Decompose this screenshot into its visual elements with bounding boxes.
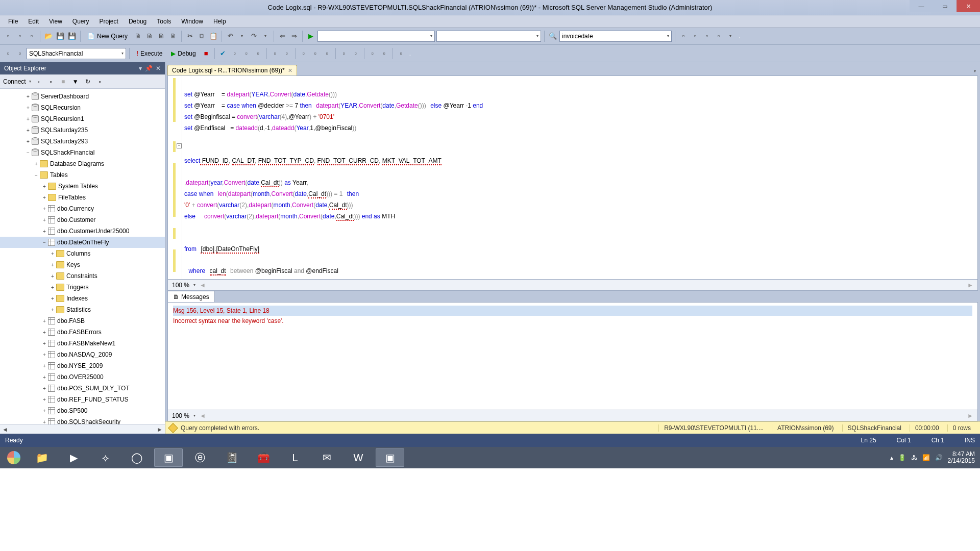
tree-node[interactable]: +dbo.POS_SUM_DLY_TOT [0, 383, 165, 394]
query-options-icon[interactable]: ▫ [241, 48, 252, 59]
expand-icon[interactable]: − [41, 240, 48, 245]
expand-icon[interactable]: + [24, 94, 32, 99]
expand-icon[interactable]: + [41, 374, 48, 380]
taskbar-outlook[interactable]: ✉ [312, 448, 341, 467]
tree-node[interactable]: +SQLRecursion1 [0, 113, 165, 124]
menu-project[interactable]: Project [94, 16, 124, 27]
connect-icon[interactable]: ▫ [3, 48, 13, 59]
oe-close-icon[interactable]: ✕ [156, 65, 161, 72]
solution-combo[interactable]: ▾ [317, 31, 435, 42]
connect-dropdown-icon[interactable]: ▾ [29, 79, 31, 84]
tree-node[interactable]: +SQLSaturday293 [0, 136, 165, 147]
hscroll-right-icon[interactable]: ► [157, 426, 163, 433]
expand-icon[interactable]: + [41, 184, 48, 189]
expand-icon[interactable]: − [33, 172, 40, 178]
expand-icon[interactable]: + [41, 217, 48, 223]
paste-icon[interactable]: 📋 [208, 31, 218, 41]
tray-battery-icon[interactable]: 🔋 [898, 454, 906, 461]
close-button[interactable]: ✕ [957, 0, 980, 12]
tray-wifi-icon[interactable]: 📶 [922, 454, 930, 461]
results-file-icon[interactable]: ▫ [322, 48, 332, 59]
tool-b-icon[interactable]: ▫ [690, 31, 700, 41]
tree-node[interactable]: +dbo.NASDAQ_2009 [0, 349, 165, 360]
start-button[interactable] [3, 448, 24, 467]
tray-show-hidden-icon[interactable]: ▴ [890, 454, 893, 461]
messages-pane[interactable]: Msg 156, Level 15, State 1, Line 18 Inco… [167, 302, 978, 410]
hscroll-left-icon[interactable]: ◄ [2, 426, 8, 433]
estimated-plan-icon[interactable]: ▫ [230, 48, 240, 59]
tool-d-icon[interactable]: ▫ [714, 31, 724, 41]
tree-node[interactable]: −SQLShackFinancial [0, 147, 165, 158]
expand-icon[interactable]: + [24, 128, 32, 133]
taskbar-ie[interactable]: ⓔ [186, 448, 214, 467]
start-icon[interactable]: ▶ [306, 31, 316, 41]
save-all-icon[interactable]: 💾 [67, 31, 77, 41]
tree-node[interactable]: +dbo.NYSE_2009 [0, 360, 165, 371]
expand-icon[interactable]: + [41, 408, 48, 414]
oe-stop-icon[interactable]: ■ [59, 77, 68, 86]
tree-node[interactable]: +Constraints [0, 270, 165, 282]
outdent-icon[interactable]: ▫ [379, 48, 389, 59]
tree-node[interactable]: −dbo.DateOnTheFly [0, 237, 165, 248]
tree-node[interactable]: +Triggers [0, 282, 165, 293]
menu-view[interactable]: View [44, 16, 67, 27]
expand-icon[interactable]: + [49, 296, 56, 302]
expand-icon[interactable]: + [41, 386, 48, 391]
expand-icon[interactable]: + [41, 363, 48, 369]
expand-icon[interactable]: + [41, 206, 48, 212]
connect-label[interactable]: Connect [3, 78, 26, 85]
tree-node[interactable]: +dbo.FASB [0, 315, 165, 327]
menu-file[interactable]: File [3, 16, 23, 27]
nav-fwd-icon[interactable]: ⇒ [289, 31, 299, 41]
oe-refresh-icon[interactable]: ↻ [83, 77, 92, 86]
new-item-icon[interactable]: ▫ [15, 31, 25, 41]
oe-pin-icon[interactable]: 📌 [145, 65, 153, 72]
messages-zoom-value[interactable]: 100 % [172, 412, 189, 419]
taskbar-toolbox[interactable]: 🧰 [249, 448, 278, 467]
change-conn-icon[interactable]: ▫ [15, 48, 25, 59]
expand-icon[interactable]: + [49, 285, 56, 290]
expand-icon[interactable]: + [41, 341, 48, 346]
undo-icon[interactable]: ↶ [225, 31, 235, 41]
tray-volume-icon[interactable]: 🔊 [935, 454, 943, 461]
tray-clock[interactable]: 8:47 AM 2/14/2015 [948, 451, 977, 464]
menu-tools[interactable]: Tools [152, 16, 176, 27]
include-stats-icon[interactable]: ▫ [282, 48, 292, 59]
tree-node[interactable]: +SQLRecursion [0, 102, 165, 113]
xmla-query-icon[interactable]: 🗎 [168, 31, 178, 41]
tool-c-icon[interactable]: ▫ [702, 31, 712, 41]
oe-tool2-icon[interactable]: ▫ [46, 77, 56, 86]
specify-values-icon[interactable]: ▫ [396, 48, 406, 59]
fold-icon[interactable]: − [177, 143, 182, 148]
expand-icon[interactable]: + [33, 161, 40, 167]
tabstrip-dropdown-icon[interactable]: ▾ [972, 67, 978, 76]
open-icon[interactable]: 📂 [43, 31, 54, 41]
tree-node[interactable]: +dbo.Customer [0, 214, 165, 226]
nav-back-icon[interactable]: ⇐ [277, 31, 287, 41]
find-icon[interactable]: 🔍 [548, 31, 558, 41]
comment-icon[interactable]: ▫ [339, 48, 349, 59]
tree-node[interactable]: +ServerDashboard [0, 91, 165, 102]
tree-node[interactable]: +dbo.OVER25000 [0, 371, 165, 383]
tree-node[interactable]: +Columns [0, 248, 165, 259]
sql-editor[interactable]: − set @Yearr = datepart(YEAR,Convert(dat… [167, 76, 978, 280]
tree-node[interactable]: +Database Diagrams [0, 158, 165, 169]
tree-node[interactable]: +dbo.FASBMakeNew1 [0, 338, 165, 349]
tree-node[interactable]: +dbo.REF_FUND_STATUS [0, 394, 165, 405]
maximize-button[interactable]: ▭ [933, 0, 957, 12]
tree-node[interactable]: +dbo.CustomerUnder25000 [0, 226, 165, 237]
results-text-icon[interactable]: ▫ [299, 48, 309, 59]
undo-dropdown-icon[interactable]: ▾ [237, 31, 247, 41]
mdx-query-icon[interactable]: 🗎 [156, 31, 166, 41]
copy-icon[interactable]: ⧉ [197, 31, 207, 41]
debug-button[interactable]: ▶ Debug [167, 48, 199, 59]
expand-icon[interactable]: + [24, 116, 32, 122]
expand-icon[interactable]: + [41, 229, 48, 234]
taskbar-notepad[interactable]: 📓 [217, 448, 246, 467]
tree-node[interactable]: +dbo.FASBErrors [0, 327, 165, 338]
menu-query[interactable]: Query [67, 16, 94, 27]
tab-messages[interactable]: 🗎 Messages [167, 291, 215, 302]
tree-node[interactable]: +Indexes [0, 293, 165, 304]
uncomment-icon[interactable]: ▫ [351, 48, 361, 59]
taskbar-ssms[interactable]: ▣ [376, 448, 404, 467]
